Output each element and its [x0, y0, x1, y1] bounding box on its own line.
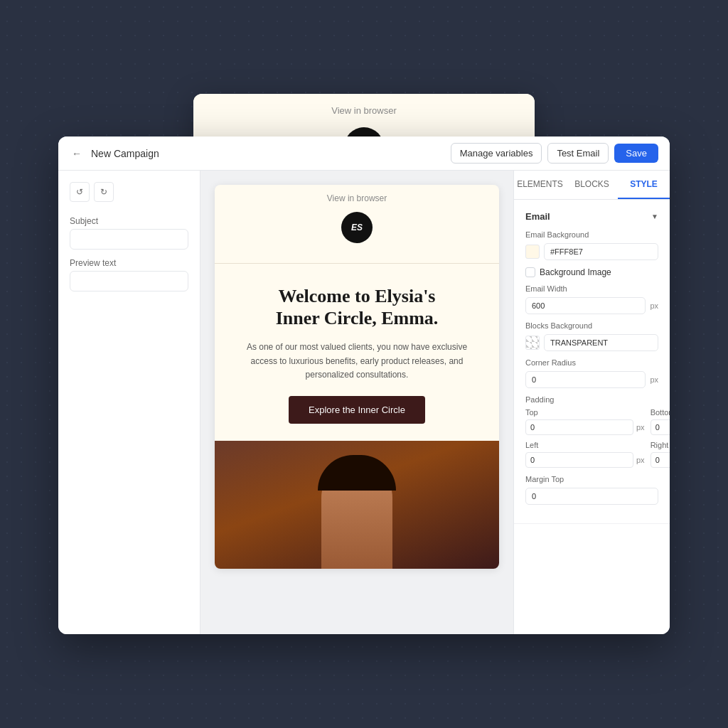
tab-style[interactable]: STYLE [618, 171, 670, 199]
subject-input[interactable] [70, 229, 188, 250]
padding-bottom-input[interactable] [651, 419, 670, 435]
canvas-body: Welcome to Elysia's Inner Circle, Emma. … [215, 264, 499, 441]
tab-blocks[interactable]: BLOCKS [566, 171, 618, 199]
campaign-title: New Campaign [91, 148, 159, 159]
right-tabs: ELEMENTS BLOCKS STYLE [514, 171, 670, 200]
manage-variables-button[interactable]: Manage variables [451, 143, 542, 164]
email-background-label: Email Background [525, 230, 658, 239]
corner-radius-field: px [525, 371, 658, 388]
margin-top-field [525, 488, 658, 505]
undo-redo-controls: ↺ ↻ [70, 182, 188, 202]
view-in-browser[interactable]: View in browser [193, 94, 535, 127]
subject-label: Subject [70, 216, 188, 226]
padding-left-input[interactable] [525, 452, 633, 468]
left-panel: ↺ ↻ Subject Preview text [58, 171, 200, 634]
titlebar-left: ← New Campaign [70, 146, 159, 161]
email-section-title: Email [525, 211, 550, 222]
padding-right-field: Right px [651, 441, 670, 468]
email-section: Email ▼ Email Background Background Imag… [514, 200, 670, 524]
blocks-background-field [525, 334, 658, 351]
canvas-heading: Welcome to Elysia's Inner Circle, Emma. [243, 285, 471, 329]
main-scene: View in browser ES Welcome to Elysia's I… [58, 94, 670, 634]
email-width-unit: px [650, 301, 658, 310]
padding-bottom-label: Bottom [651, 408, 670, 417]
email-background-input[interactable] [544, 243, 658, 260]
margin-top-input[interactable] [525, 488, 658, 505]
canvas-logo: ES [341, 212, 373, 243]
email-canvas: View in browser ES Welcome to Elysia's I… [215, 185, 499, 569]
back-button[interactable]: ← [70, 146, 84, 161]
corner-radius-unit: px [650, 375, 658, 384]
padding-grid: Top px Bottom px [525, 408, 658, 468]
preview-text-field: Preview text [70, 258, 188, 291]
editor-titlebar: ← New Campaign Manage variables Test Ema… [58, 136, 670, 171]
chevron-down-icon[interactable]: ▼ [651, 213, 658, 220]
undo-button[interactable]: ↺ [70, 182, 90, 202]
padding-right-input[interactable] [651, 452, 670, 468]
subject-field: Subject [70, 216, 188, 250]
corner-radius-label: Corner Radius [525, 358, 658, 367]
canvas-area: View in browser ES Welcome to Elysia's I… [200, 171, 513, 634]
padding-top-label: Top [525, 408, 645, 417]
corner-radius-input[interactable] [525, 371, 646, 388]
padding-left-unit: px [636, 456, 645, 464]
tab-elements[interactable]: ELEMENTS [514, 171, 566, 199]
background-image-row: Background Image [525, 267, 658, 277]
padding-label: Padding [525, 395, 658, 404]
blocks-background-swatch[interactable] [525, 336, 540, 350]
email-section-header: Email ▼ [525, 211, 658, 222]
margin-top-label: Margin Top [525, 475, 658, 483]
email-width-field: px [525, 297, 658, 314]
redo-button[interactable]: ↻ [94, 182, 114, 202]
save-button[interactable]: Save [614, 144, 658, 163]
padding-bottom-field: Bottom px [651, 408, 670, 435]
canvas-view-browser: View in browser [215, 185, 499, 212]
canvas-hero-image [215, 441, 499, 569]
canvas-cta-button[interactable]: Explore the Inner Circle [289, 396, 425, 424]
padding-top-field: Top px [525, 408, 645, 435]
padding-top-unit: px [636, 423, 645, 432]
editor-body: ↺ ↻ Subject Preview text View in browser [58, 171, 670, 634]
padding-top-input[interactable] [525, 419, 633, 435]
email-width-label: Email Width [525, 284, 658, 293]
preview-text-label: Preview text [70, 258, 188, 268]
editor-window: ← New Campaign Manage variables Test Ema… [58, 136, 670, 634]
padding-right-label: Right [651, 441, 670, 449]
padding-left-label: Left [525, 441, 645, 449]
right-panel: ELEMENTS BLOCKS STYLE Email ▼ Email Back… [513, 171, 670, 634]
email-width-input[interactable] [525, 297, 646, 314]
email-background-swatch[interactable] [525, 245, 540, 259]
preview-text-input[interactable] [70, 271, 188, 291]
background-image-checkbox[interactable] [525, 267, 535, 277]
padding-left-field: Left px [525, 441, 645, 468]
blocks-background-label: Blocks Background [525, 321, 658, 330]
blocks-background-input[interactable] [544, 334, 658, 351]
titlebar-right: Manage variables Test Email Save [451, 143, 658, 164]
canvas-subtext: As one of our most valued clients, you n… [243, 341, 471, 382]
background-image-label: Background Image [540, 267, 611, 277]
email-background-field [525, 243, 658, 260]
test-email-button[interactable]: Test Email [547, 143, 609, 164]
